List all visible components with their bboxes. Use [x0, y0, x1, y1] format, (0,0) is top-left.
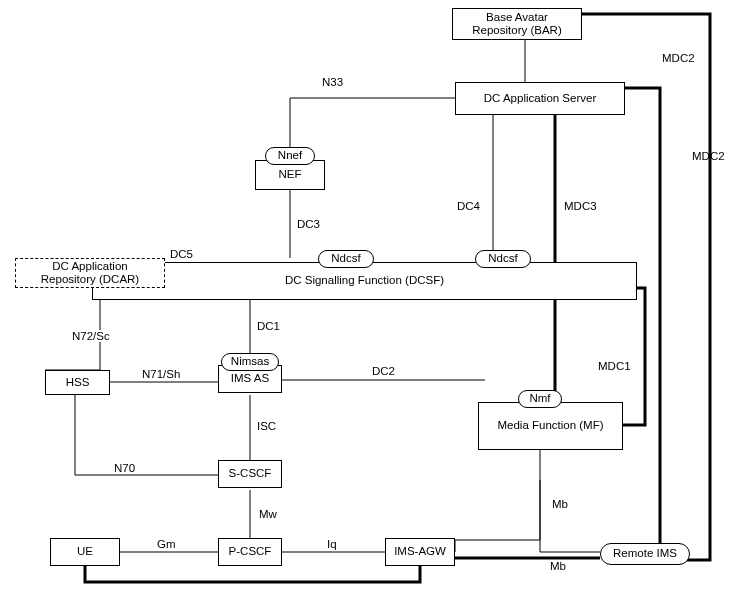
node-dcar: DC ApplicationRepository (DCAR)	[15, 258, 165, 288]
label-mdc2b: MDC2	[690, 150, 727, 162]
node-pcscf: P-CSCF	[218, 538, 282, 566]
label-n33: N33	[320, 76, 345, 88]
label-mb1: Mb	[550, 498, 570, 510]
label-dc3: DC3	[295, 218, 322, 230]
label-dc4: DC4	[455, 200, 482, 212]
node-nmf: Nmf	[518, 390, 562, 408]
label-n72: N72/Sc	[70, 330, 112, 342]
label-n70: N70	[112, 462, 137, 474]
node-ndcsf2: Ndcsf	[475, 250, 531, 268]
node-remote-ims: Remote IMS	[600, 543, 690, 565]
node-agw: IMS-AGW	[385, 538, 455, 566]
node-dcas: DC Application Server	[455, 82, 625, 115]
node-mf: Media Function (MF)	[478, 402, 623, 450]
label-mdc2: MDC2	[660, 52, 697, 64]
node-ndcsf1: Ndcsf	[318, 250, 374, 268]
label-dc1: DC1	[255, 320, 282, 332]
label-isc: ISC	[255, 420, 278, 432]
node-scscf: S-CSCF	[218, 460, 282, 488]
label-mdc1: MDC1	[596, 360, 633, 372]
label-gm: Gm	[155, 538, 178, 550]
thick-lines	[0, 0, 741, 603]
label-mdc3: MDC3	[562, 200, 599, 212]
label-iq: Iq	[325, 538, 339, 550]
node-nnef: Nnef	[265, 147, 315, 165]
label-mw: Mw	[257, 508, 279, 520]
label-dc2: DC2	[370, 365, 397, 377]
node-bar: Base AvatarRepository (BAR)	[452, 8, 582, 40]
node-ue: UE	[50, 538, 120, 566]
label-dc5: DC5	[168, 248, 195, 260]
label-n71: N71/Sh	[140, 368, 182, 380]
node-nimsas: Nimsas	[221, 353, 279, 371]
node-hss: HSS	[45, 370, 110, 395]
label-mb2: Mb	[548, 560, 568, 572]
